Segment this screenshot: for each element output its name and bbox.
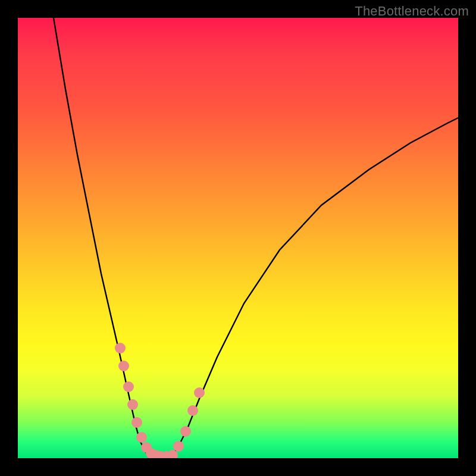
- chart-svg: [18, 18, 458, 458]
- marker-dot: [194, 387, 205, 398]
- plot-area: [18, 18, 458, 458]
- marker-dot: [187, 405, 198, 416]
- watermark-text: TheBottleneck.com: [355, 4, 469, 19]
- bottleneck-curve: [54, 18, 458, 458]
- marker-dot: [131, 417, 142, 428]
- marker-dots: [115, 343, 205, 458]
- marker-dot: [180, 426, 191, 437]
- marker-dot: [115, 343, 126, 353]
- marker-dot: [123, 381, 134, 392]
- marker-dot: [118, 361, 129, 371]
- chart-frame: TheBottleneck.com: [0, 0, 476, 476]
- marker-dot: [127, 399, 138, 410]
- marker-dot: [173, 441, 184, 452]
- marker-dot: [136, 432, 147, 443]
